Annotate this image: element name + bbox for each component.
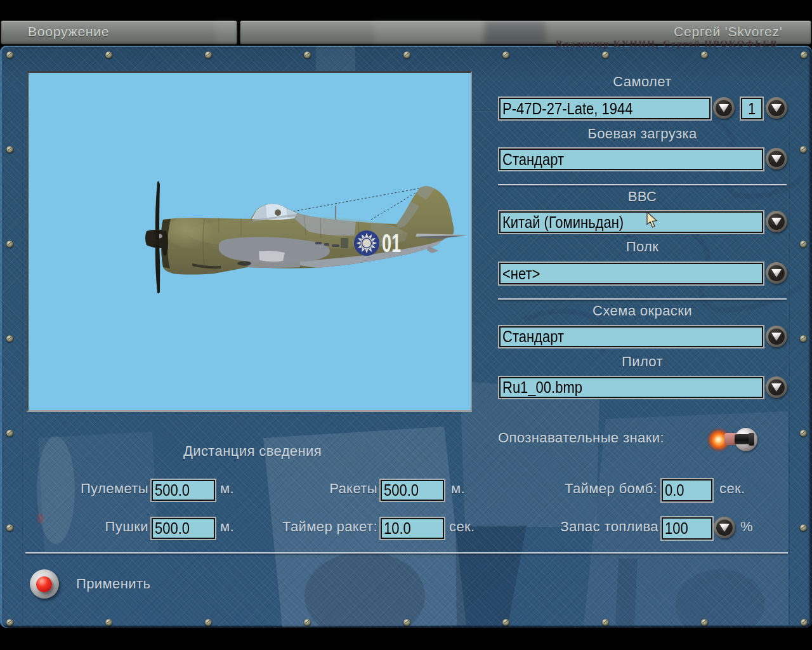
svg-text:01: 01 <box>382 229 401 257</box>
